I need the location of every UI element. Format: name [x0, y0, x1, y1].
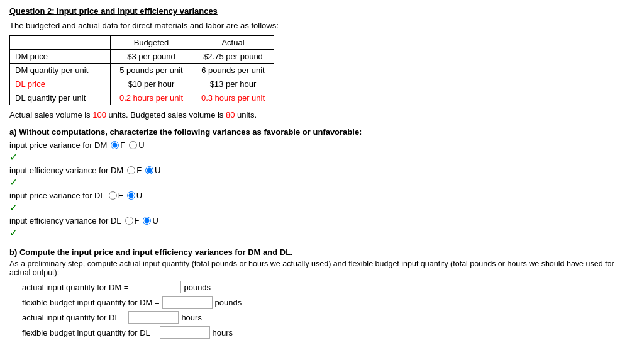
variance-label: input efficiency variance for DM — [9, 166, 123, 175]
section-b-desc: As a preliminary step, compute actual in… — [9, 259, 635, 277]
col-header-label — [10, 36, 111, 50]
col-header-actual: Actual — [192, 36, 274, 50]
checkmark: ✓ — [9, 151, 635, 163]
prelim-row: actual input quantity for DM = pounds — [9, 281, 635, 293]
table-row-actual: $2.75 per pound — [192, 50, 274, 64]
table-row-label: DL price — [10, 77, 111, 91]
table-row-budgeted: $10 per hour — [111, 77, 192, 91]
radio-u-label-3[interactable]: U — [143, 216, 158, 225]
prelim-row: flexible budget input quantity for DL = … — [9, 326, 635, 339]
section-a-title: a) Without computations, characterize th… — [9, 127, 635, 137]
radio-u-label-2[interactable]: U — [127, 191, 142, 200]
radio-f-label-1[interactable]: F — [127, 166, 142, 175]
prelim-row: flexible budget input quantity for DM = … — [9, 296, 635, 309]
table-row-actual: 6 pounds per unit — [192, 64, 274, 77]
prelim-input-0[interactable] — [131, 281, 181, 293]
prelim-label: actual input quantity for DM = — [22, 283, 128, 292]
variance-row: input efficiency variance for DM F U — [9, 166, 635, 175]
table-row-actual: $13 per hour — [192, 77, 274, 91]
question-title: Question 2: Input price and input effici… — [9, 6, 635, 16]
radio-u-label-0[interactable]: U — [129, 140, 144, 150]
prelim-label: flexible budget input quantity for DL = — [22, 328, 157, 337]
radio-u-label-1[interactable]: U — [145, 166, 160, 175]
prelim-suffix: hours — [181, 313, 202, 322]
table-row-budgeted: $3 per pound — [111, 50, 192, 64]
prelim-label: actual input quantity for DL = — [22, 313, 126, 322]
prelim-row: actual input quantity for DL = hours — [9, 311, 635, 324]
checkmark: ✓ — [9, 176, 635, 188]
table-row-budgeted: 5 pounds per unit — [111, 64, 192, 77]
intro-text: The budgeted and actual data for direct … — [9, 21, 635, 30]
actual-note: Actual sales volume is 100 units. Budget… — [9, 110, 635, 120]
checkmark: ✓ — [9, 227, 635, 239]
radio-f-2[interactable] — [109, 191, 117, 200]
section-a: a) Without computations, characterize th… — [9, 127, 635, 239]
table-row-label: DM quantity per unit — [10, 64, 111, 77]
radio-f-label-2[interactable]: F — [109, 191, 123, 200]
variance-row: input price variance for DL F U — [9, 191, 635, 200]
variance-row: input efficiency variance for DL F U — [9, 216, 635, 225]
table-row-label: DM price — [10, 50, 111, 64]
radio-f-0[interactable] — [111, 141, 119, 149]
prelim-label: flexible budget input quantity for DM = — [22, 298, 160, 307]
section-b: b) Compute the input price and input eff… — [9, 247, 635, 340]
variance-label: input efficiency variance for DL — [9, 216, 121, 225]
checkmark: ✓ — [9, 201, 635, 213]
radio-u-1[interactable] — [145, 166, 153, 174]
prelim-input-1[interactable] — [162, 296, 213, 309]
radio-f-label-3[interactable]: F — [125, 216, 140, 225]
radio-u-3[interactable] — [143, 217, 151, 225]
radio-u-0[interactable] — [129, 141, 137, 149]
prelim-suffix: hours — [213, 328, 233, 337]
table-row-actual: 0.3 hours per unit — [192, 91, 274, 105]
table-row-budgeted: 0.2 hours per unit — [111, 91, 192, 105]
prelim-suffix: pounds — [215, 298, 242, 307]
prelim-input-2[interactable] — [128, 311, 179, 324]
variance-label: input price variance for DL — [9, 191, 105, 200]
radio-f-label-0[interactable]: F — [111, 140, 125, 150]
variance-label: input price variance for DM — [9, 140, 107, 150]
section-b-title: b) Compute the input price and input eff… — [9, 247, 635, 257]
data-table: Budgeted Actual DM price$3 per pound$2.7… — [9, 35, 274, 105]
radio-u-2[interactable] — [127, 191, 135, 200]
col-header-budgeted: Budgeted — [111, 36, 192, 50]
prelim-input-3[interactable] — [160, 326, 210, 339]
prelim-suffix: pounds — [184, 283, 211, 292]
variance-row: input price variance for DM F U — [9, 140, 635, 150]
radio-f-3[interactable] — [125, 217, 133, 225]
radio-f-1[interactable] — [127, 166, 135, 174]
table-row-label: DL quantity per unit — [10, 91, 111, 105]
